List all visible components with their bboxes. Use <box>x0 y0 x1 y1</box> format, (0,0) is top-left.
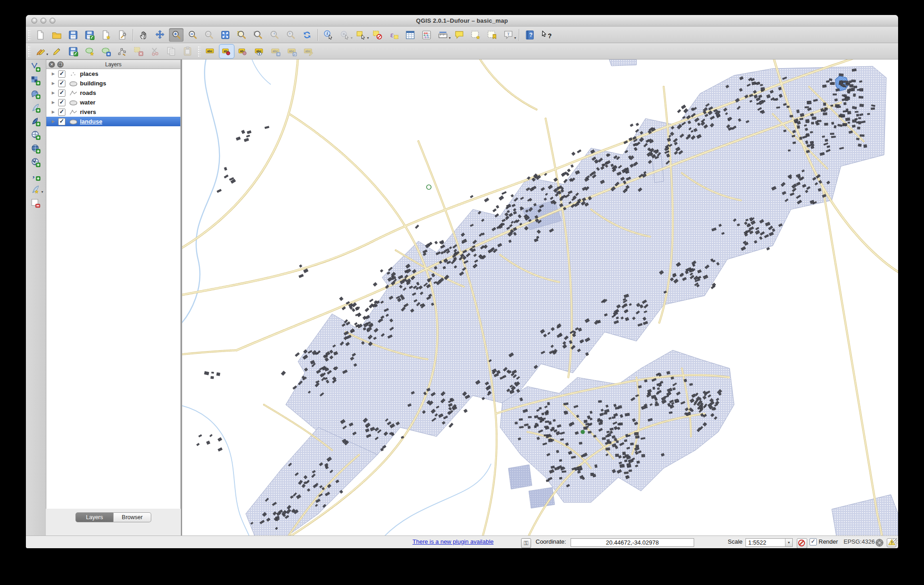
dropdown-arrow-icon[interactable]: ▾ <box>367 36 369 40</box>
dropdown-arrow-icon[interactable]: ▾ <box>41 190 43 194</box>
text-annotation-icon: T <box>503 30 514 40</box>
layer-row-places[interactable]: ▶✓places <box>46 69 180 79</box>
expand-arrow-icon[interactable]: ▶ <box>52 91 56 95</box>
layer-row-roads[interactable]: ▶✓roads <box>46 88 180 98</box>
save-layer-edits-button[interactable] <box>66 45 80 58</box>
delete-selected-button <box>131 45 146 58</box>
zoom-full-button[interactable] <box>218 28 233 42</box>
scale-dropdown-icon[interactable]: ▾ <box>785 539 792 546</box>
deselect-all-button[interactable] <box>370 28 385 42</box>
add-mssql-layer-button[interactable] <box>28 115 43 128</box>
current-edits-button[interactable]: ▾ <box>33 45 48 58</box>
svg-text:?: ? <box>529 32 532 38</box>
panel-tab-browser[interactable]: Browser <box>114 512 151 522</box>
layer-row-buildings[interactable]: ▶✓buildings <box>46 79 180 88</box>
new-project-button[interactable] <box>33 28 48 42</box>
add-postgis-layer-button[interactable] <box>28 88 43 100</box>
save-project-button[interactable] <box>66 28 80 42</box>
layer-visibility-checkbox[interactable]: ✓ <box>58 80 65 87</box>
toolbar-grip[interactable] <box>197 45 201 57</box>
new-plugin-link[interactable]: There is a new plugin available <box>412 538 494 545</box>
open-attribute-table-button[interactable] <box>403 28 417 42</box>
layer-visibility-checkbox[interactable]: ✓ <box>58 99 65 106</box>
panel-tab-layers[interactable]: Layers <box>75 512 114 522</box>
new-spatialite-layer-button[interactable]: ▾ <box>28 183 43 196</box>
dropdown-arrow-icon[interactable]: ▾ <box>449 36 451 40</box>
layer-visibility-checkbox[interactable]: ✓ <box>58 118 65 125</box>
select-features-button[interactable]: ▾ <box>354 28 368 42</box>
layer-visibility-checkbox[interactable]: ✓ <box>58 109 65 116</box>
save-project-icon <box>68 30 79 40</box>
expand-arrow-icon[interactable]: ▶ <box>52 119 56 124</box>
map-tips-button[interactable] <box>452 28 467 42</box>
svg-text:?: ? <box>548 32 551 40</box>
expand-arrow-icon[interactable]: ▶ <box>52 81 56 85</box>
layer-row-rivers[interactable]: ▶✓rivers <box>46 107 180 117</box>
layer-visibility-checkbox[interactable]: ✓ <box>58 89 65 97</box>
layer-row-landuse[interactable]: ▶✓landuse <box>46 117 180 126</box>
remove-layer-button[interactable] <box>28 197 43 209</box>
open-project-button[interactable] <box>50 28 64 42</box>
add-raster-layer-button[interactable] <box>28 74 43 87</box>
expand-arrow-icon[interactable]: ▶ <box>52 110 56 114</box>
layers-panel-header[interactable]: ✕ ❐ Layers <box>46 59 181 69</box>
new-bookmark-button[interactable] <box>468 28 483 42</box>
svg-text:abc: abc <box>256 49 262 52</box>
node-tool-button[interactable] <box>115 45 129 58</box>
select-by-expression-button[interactable]: ε <box>387 28 401 42</box>
refresh-map-button[interactable] <box>300 28 314 42</box>
pan-to-selection-button[interactable] <box>153 28 167 42</box>
dropdown-arrow-icon[interactable]: ▾ <box>46 52 48 56</box>
pan-map-button[interactable] <box>136 28 151 42</box>
text-annotation-button[interactable]: T▾ <box>501 28 516 42</box>
expand-arrow-icon[interactable]: ▶ <box>52 100 56 104</box>
identify-features-button[interactable]: i <box>321 28 336 42</box>
pin-unpin-labels-button[interactable]: ab <box>219 45 234 58</box>
toggle-editing-button[interactable] <box>50 45 64 58</box>
plugin-icon[interactable]: ⚿ <box>521 538 531 548</box>
add-wcs-layer-button[interactable] <box>28 142 43 155</box>
help-contents-button[interactable]: ? <box>522 28 537 42</box>
whats-this-button[interactable]: ? <box>539 28 553 42</box>
add-vector-layer-button[interactable] <box>28 60 43 73</box>
layer-visibility-checkbox[interactable]: ✓ <box>58 70 65 78</box>
layer-labeling-options-button[interactable]: abc <box>203 45 218 58</box>
layer-type-polygon-icon <box>67 80 79 87</box>
resize-grip[interactable] <box>892 538 898 544</box>
dropdown-arrow-icon[interactable]: ▾ <box>351 36 353 40</box>
stop-render-icon[interactable] <box>797 538 807 548</box>
copy-features-button <box>164 45 179 58</box>
coordinate-input[interactable]: 20.44672,-34.02978 <box>571 538 694 547</box>
field-calculator-button[interactable] <box>419 28 434 42</box>
dropdown-arrow-icon[interactable]: ▾ <box>514 36 516 40</box>
measure-button[interactable]: ▾ <box>436 28 450 42</box>
zoom-to-layer-button[interactable] <box>251 28 265 42</box>
add-wms-layer-button[interactable] <box>28 129 43 141</box>
save-project-as-button[interactable] <box>82 28 97 42</box>
new-print-composer-button[interactable] <box>99 28 113 42</box>
map-canvas[interactable] <box>182 59 898 536</box>
show-bookmarks-button[interactable] <box>485 28 499 42</box>
toolbar-grip[interactable] <box>27 45 31 57</box>
crs-projector-icon[interactable] <box>875 538 884 548</box>
composer-manager-button[interactable] <box>115 28 129 42</box>
show-hide-labels-button[interactable]: ab <box>236 45 250 58</box>
render-checkbox[interactable]: ✓ <box>810 538 817 545</box>
expand-arrow-icon[interactable]: ▶ <box>52 72 56 76</box>
layer-row-water[interactable]: ▶✓water <box>46 98 180 107</box>
add-spatialite-layer-button[interactable] <box>28 101 43 114</box>
highlight-pinned-labels-button[interactable]: abc <box>252 45 267 58</box>
add-wfs-layer-button[interactable] <box>28 156 43 169</box>
identify-features-icon: i <box>323 30 334 40</box>
move-feature-button[interactable] <box>99 45 113 58</box>
add-feature-button[interactable] <box>82 45 97 58</box>
svg-text:abc: abc <box>207 49 213 52</box>
add-delimited-text-layer-button[interactable]: , <box>28 169 43 182</box>
current-edits-icon <box>35 46 46 57</box>
title-bar[interactable]: QGIS 2.0.1–Dufour – basic_map <box>26 15 898 27</box>
zoom-in-button[interactable] <box>169 28 184 42</box>
zoom-out-button[interactable] <box>185 28 200 42</box>
zoom-to-selection-button[interactable] <box>234 28 249 42</box>
scale-combo[interactable]: 1:5522 ▾ <box>745 538 793 547</box>
delete-selected-icon <box>133 46 144 57</box>
